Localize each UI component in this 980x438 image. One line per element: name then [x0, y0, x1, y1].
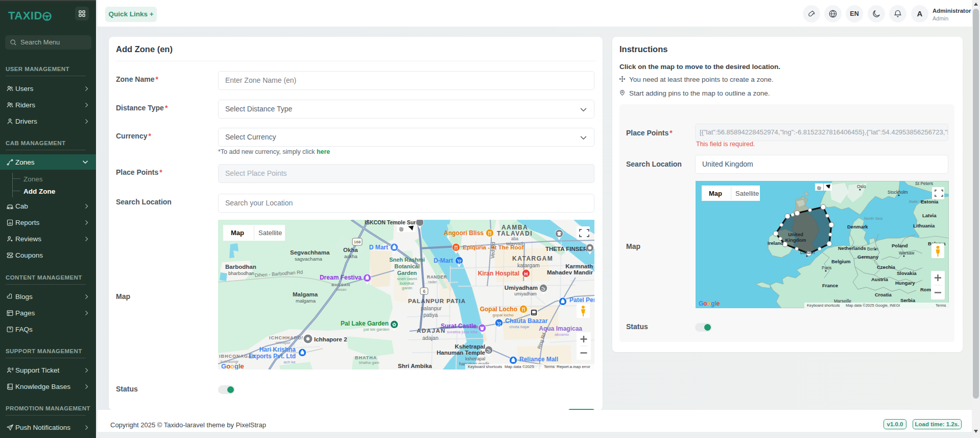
svg-text:palanpur: palanpur [421, 305, 442, 311]
svg-text:Belgium: Belgium [831, 259, 850, 264]
svg-text:Satellite: Satellite [258, 229, 282, 237]
svg-text:United: United [788, 232, 803, 237]
svg-text:Netherlands: Netherlands [838, 245, 866, 251]
svg-text:ach ke: ach ke [283, 360, 296, 364]
svg-text:sagvachama: sagvachama [295, 256, 323, 262]
svg-text:Ireland: Ireland [768, 240, 783, 246]
svg-text:gardn: gardn [402, 286, 412, 290]
svg-text:Gopal Locho: Gopal Locho [480, 306, 517, 313]
svg-text:Botanical: Botanical [394, 263, 420, 269]
svg-text:Keyboard shortcuts: Keyboard shortcuts [807, 303, 840, 308]
svg-text:Czechia: Czechia [877, 264, 896, 270]
svg-text:suratna juna killa: suratna juna killa [447, 330, 478, 334]
svg-text:Kshetrapal: Kshetrapal [455, 343, 485, 350]
svg-text:6: 6 [423, 289, 425, 294]
svg-text:D Mart: D Mart [369, 244, 388, 251]
svg-text:ichhapor: ichhapor [276, 340, 291, 345]
svg-text:umiyadham: umiyadham [514, 291, 537, 296]
svg-text:168: 168 [354, 240, 361, 244]
svg-text:Warsaw: Warsaw [899, 250, 915, 256]
svg-text:Pal Lake Garden: Pal Lake Garden [341, 320, 389, 327]
svg-text:Niketan Mandir: Niketan Mandir [394, 369, 437, 370]
svg-text:Ved Rd: Ved Rd [490, 242, 496, 259]
svg-text:gopal locho: gopal locho [493, 313, 514, 317]
svg-text:France: France [822, 283, 838, 288]
svg-text:katargam: katargam [517, 262, 540, 268]
svg-text:Sneh Rashmi: Sneh Rashmi [389, 257, 425, 263]
svg-text:Kingdom: Kingdom [785, 237, 806, 243]
svg-text:Dream Festiva: Dream Festiva [320, 274, 362, 281]
svg-text:Germany: Germany [857, 254, 879, 260]
svg-text:Google: Google [699, 300, 720, 307]
svg-text:Lithuania: Lithuania [913, 223, 935, 228]
svg-text:Denmark: Denmark [847, 224, 868, 229]
svg-text:Keyboard shortcuts: Keyboard shortcuts [468, 364, 502, 369]
svg-text:Terms: Terms [936, 303, 946, 308]
svg-text:London: London [800, 250, 815, 255]
svg-text:chota bajar: chota bajar [509, 325, 530, 329]
svg-text:Exports Pvt. Ltd: Exports Pvt. Ltd [249, 353, 296, 360]
svg-text:Report a map error: Report a map error [557, 364, 590, 369]
svg-text:RANDER: RANDER [427, 274, 447, 280]
svg-text:Croatia: Croatia [875, 292, 892, 297]
svg-text:Shri Ambika: Shri Ambika [398, 363, 432, 369]
svg-text:BHATHA: BHATHA [355, 355, 377, 360]
svg-text:Mahadev Mandir: Mahadev Mandir [547, 269, 593, 275]
svg-text:pal lek garden: pal lek garden [364, 327, 389, 332]
svg-text:Latvia: Latvia [922, 213, 937, 218]
svg-text:botnikal: botnikal [400, 281, 414, 286]
svg-text:Paris: Paris [822, 265, 831, 270]
svg-text:Map: Map [231, 229, 244, 237]
svg-text:KATARGAM: KATARGAM [512, 255, 553, 262]
svg-text:adajan: adajan [422, 335, 439, 341]
svg-text:ICHCHHAPOR: ICHCHHAPOR [269, 335, 305, 340]
svg-text:Satellite: Satellite [735, 190, 759, 197]
svg-text:Hungary: Hungary [895, 280, 915, 286]
svg-text:Karmnath: Karmnath [565, 263, 593, 269]
svg-text:Map data ©2025: Map data ©2025 [505, 364, 534, 369]
svg-text:Map: Map [709, 190, 722, 197]
svg-text:St Peters: St Peters [915, 181, 933, 186]
svg-text:Surat Castle: Surat Castle [441, 322, 476, 330]
svg-text:North Sea: North Sea [864, 216, 883, 221]
svg-text:Malgama: Malgama [293, 291, 318, 297]
svg-text:Segvachhama: Segvachhama [290, 249, 330, 256]
svg-text:Barbodhan: Barbodhan [225, 264, 256, 270]
svg-text:Slovakia: Slovakia [897, 270, 917, 276]
svg-text:Google: Google [221, 362, 244, 370]
svg-text:Berlin: Berlin [867, 246, 878, 251]
svg-text:PALANPUR PATIA: PALANPUR PATIA [408, 298, 466, 304]
svg-text:Oslo: Oslo [857, 184, 866, 189]
svg-text:Stockholm: Stockholm [888, 190, 908, 195]
svg-text:patiya: patiya [423, 312, 438, 318]
svg-text:Terms: Terms [544, 364, 555, 369]
svg-text:besan: besan [336, 287, 346, 292]
svg-text:Reliance Mall: Reliance Mall [519, 356, 558, 363]
svg-text:Chauta Baazar: Chauta Baazar [505, 317, 548, 325]
svg-text:BHESAN: BHESAN [331, 283, 350, 287]
svg-text:malgama: malgama [296, 298, 316, 304]
svg-text:Umiyadham: Umiyadham [505, 285, 538, 291]
svg-text:Okha: Okha [343, 247, 358, 253]
svg-text:Hari Krishna: Hari Krishna [259, 346, 296, 353]
svg-text:Ichhapore 2: Ichhapore 2 [314, 336, 347, 342]
svg-text:bharbodhan: bharbodhan [228, 270, 254, 276]
svg-text:aokha: aokha [344, 253, 358, 259]
svg-text:Map data ©2025 Google, INEGI: Map data ©2025 Google, INEGI [846, 303, 900, 308]
svg-text:Serbia: Serbia [900, 297, 916, 303]
svg-text:Hanuman Temple: Hanuman Temple [437, 350, 485, 356]
svg-text:Patel Perfu: Patel Perfu [569, 296, 594, 304]
svg-text:THETA FINSERV: THETA FINSERV [545, 246, 591, 252]
svg-text:kshetrapal: kshetrapal [465, 356, 485, 361]
svg-text:akvamo: akvamo [555, 332, 569, 337]
svg-text:Poland: Poland [892, 243, 908, 248]
svg-text:Austria: Austria [871, 276, 888, 282]
svg-text:Kiran Hospital: Kiran Hospital [478, 270, 519, 277]
svg-text:rader: rader [428, 280, 437, 284]
svg-text:H: H [524, 271, 528, 276]
svg-text:Estonia: Estonia [921, 199, 939, 204]
svg-text:aba: aba [511, 236, 518, 241]
svg-text:D-Mart: D-Mart [434, 257, 453, 264]
svg-text:sneh rasmi: sneh rasmi [397, 276, 417, 281]
svg-text:Angoori Bliss: Angoori Bliss [444, 229, 484, 237]
